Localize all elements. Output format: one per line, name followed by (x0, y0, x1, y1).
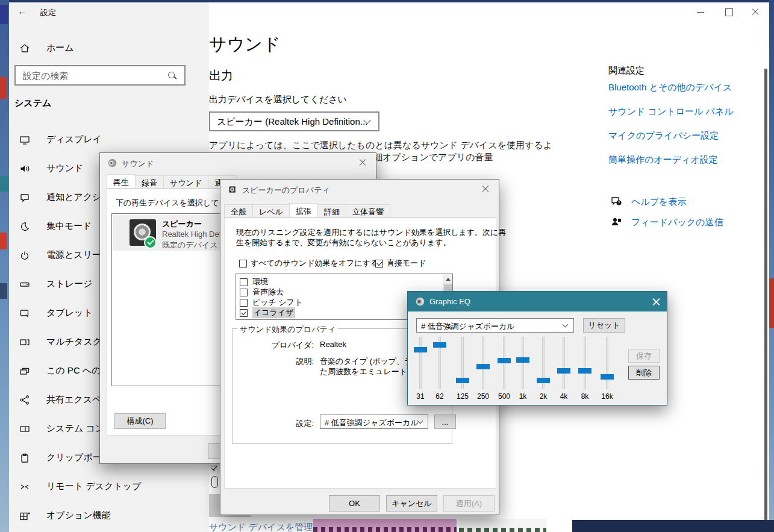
device-status: 既定のデバイス (162, 240, 218, 251)
slider-thumb[interactable] (456, 378, 469, 383)
slider-thumb[interactable] (601, 374, 614, 380)
eq-delete-button[interactable]: 削除 (628, 366, 660, 380)
checkbox-icon[interactable] (240, 309, 248, 317)
eq-band-slider[interactable]: 1k (514, 337, 532, 389)
link-bluetooth-devices[interactable]: Bluetooth とその他のデバイス (608, 82, 732, 93)
eq-band-label: 31 (411, 392, 429, 401)
sidebar-item-display[interactable]: ディスプレイ (17, 129, 198, 151)
desktop-icon-fragment (0, 283, 7, 299)
eq-band-slider[interactable]: 500 (495, 337, 513, 389)
minimize-button[interactable] (687, 2, 714, 22)
sidebar-item-home[interactable]: ホーム (17, 37, 198, 59)
display-icon (19, 134, 31, 146)
cancel-button[interactable]: キャンセル (386, 495, 437, 512)
checkbox-icon[interactable] (375, 260, 383, 268)
slider-thumb[interactable] (578, 368, 591, 374)
link-mic-privacy[interactable]: マイクのプライバシー設定 (608, 130, 719, 142)
maximize-button[interactable] (715, 2, 743, 22)
effect-row-environment[interactable]: 環境 (240, 277, 248, 287)
link-ease-of-access-audio[interactable]: 簡単操作のオーディオ設定 (608, 154, 718, 166)
eq-band-slider[interactable]: 8k (576, 337, 594, 389)
tab-advanced[interactable]: 詳細 (317, 204, 346, 217)
apply-button: 適用(A) (443, 495, 495, 512)
tab-sounds[interactable]: サウンド (163, 175, 208, 188)
tab-enhancements[interactable]: 拡張 (289, 203, 318, 217)
enhancements-desc-line1: 現在のリスニング設定を適用にするにはサウンド効果を選択します。次に再 (236, 227, 506, 238)
tab-playback[interactable]: 再生 (107, 174, 136, 188)
eq-band-slider[interactable]: 62 (431, 337, 449, 389)
checkbox-icon[interactable] (240, 299, 248, 307)
tab-levels[interactable]: レベル (252, 204, 290, 217)
effect-row-pitch-shift[interactable]: ピッチ シフト (240, 297, 248, 308)
ok-button[interactable]: OK (329, 495, 380, 512)
slider-thumb[interactable] (516, 357, 529, 363)
slider-track (584, 337, 586, 389)
desktop-icon-fragment (0, 233, 7, 249)
desktop-icon-fragment (0, 5, 8, 24)
more-options-button[interactable]: ... (434, 415, 456, 429)
slider-track (606, 337, 608, 389)
slider-thumb[interactable] (537, 378, 550, 383)
close-button[interactable] (741, 2, 769, 22)
output-device-value: スピーカー (Realtek High Definition... (217, 116, 367, 128)
output-note-line1: アプリによっては、ここで選択したものとは異なるサウンド デバイスを使用するよ (209, 140, 552, 151)
sidebar-item-optional-features[interactable]: オプション機能 (17, 505, 198, 527)
tab-general[interactable]: 全般 (224, 204, 253, 217)
show-help-link[interactable]: ヘルプを表示 (631, 196, 686, 208)
properties-titlebar: スピーカーのプロパティ (220, 180, 499, 199)
eq-band-label: 500 (495, 392, 513, 401)
background-window-titlebar-sliver (572, 520, 774, 532)
scroll-up-icon[interactable] (443, 274, 453, 284)
search-input[interactable]: 設定の検索 (14, 65, 186, 86)
multitask-icon (19, 336, 31, 348)
eq-band-slider[interactable]: 2k (534, 337, 552, 389)
close-icon[interactable] (652, 297, 661, 306)
slider-thumb[interactable] (433, 342, 446, 348)
close-icon[interactable] (358, 158, 367, 167)
checkbox-icon[interactable] (240, 278, 248, 286)
eq-band-slider[interactable]: 16k (598, 337, 616, 389)
eq-preset-dropdown[interactable]: # 低音強調ジャズボーカル (416, 318, 574, 333)
tab-recording[interactable]: 録音 (135, 175, 164, 188)
settings-title: 設定 (40, 7, 56, 18)
configure-button[interactable]: 構成(C) (114, 413, 166, 429)
power-icon (19, 249, 31, 261)
sidebar-item-remote-desktop[interactable]: リモート デスクトップ (17, 476, 198, 498)
effect-row-partial[interactable] (240, 318, 248, 320)
disable-all-effects-checkbox[interactable]: すべてのサウンド効果をオフにする (239, 258, 247, 269)
output-device-dropdown[interactable]: スピーカー (Realtek High Definition... (209, 111, 379, 131)
slider-thumb[interactable] (498, 358, 511, 363)
setting-preset-dropdown[interactable]: # 低音強調ジャズボーカル (320, 415, 428, 429)
checkbox-icon[interactable] (240, 289, 248, 296)
eq-titlebar: Graphic EQ (408, 292, 667, 311)
setting-label: 設定: (263, 418, 314, 429)
output-device-label: 出力デバイスを選択してください (209, 94, 347, 105)
eq-title: Graphic EQ (429, 297, 470, 306)
slider-thumb[interactable] (476, 364, 490, 369)
direct-mode-checkbox[interactable]: 直接モード (375, 258, 383, 269)
page-scrollbar[interactable] (764, 69, 767, 532)
effect-row-equalizer[interactable]: イコライザ (240, 307, 248, 318)
eq-band-slider[interactable]: 31 (411, 337, 429, 389)
slider-thumb[interactable] (414, 347, 427, 352)
enhancements-desc-line2: 生を開始するまで、変更が有効にならないことがあります。 (236, 237, 451, 248)
eq-band-label: 4k (555, 392, 573, 401)
send-feedback-link[interactable]: フィードバックの送信 (631, 217, 723, 228)
tablet-icon (19, 307, 31, 319)
eq-band-slider[interactable]: 125 (454, 337, 472, 389)
checkbox-icon[interactable] (240, 319, 248, 320)
slider-track (419, 337, 422, 389)
tab-spatial-sound[interactable]: 立体音響 (346, 204, 390, 217)
eq-reset-button[interactable]: リセット (583, 318, 625, 333)
link-sound-control-panel[interactable]: サウンド コントロール パネル (608, 106, 734, 117)
effect-row-voice-cancellation[interactable]: 音声除去 (240, 287, 248, 298)
provider-label: プロバイダ: (263, 340, 314, 351)
search-icon[interactable] (167, 71, 177, 81)
slider-thumb[interactable] (557, 368, 570, 374)
eq-band-slider[interactable]: 250 (474, 337, 492, 389)
eq-band-slider[interactable]: 4k (555, 337, 573, 389)
slider-track (563, 337, 565, 389)
back-icon[interactable]: ← (17, 6, 30, 18)
checkbox-icon[interactable] (239, 260, 247, 268)
close-icon[interactable] (481, 184, 490, 194)
